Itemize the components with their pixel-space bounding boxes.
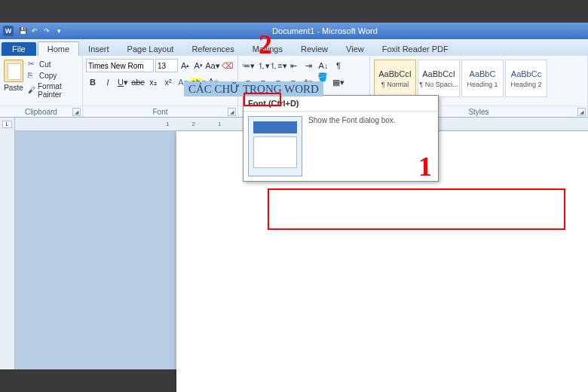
- scissors-icon: ✂: [28, 60, 37, 69]
- font-name-select[interactable]: [86, 59, 154, 72]
- shrink-font-button[interactable]: A▾: [193, 59, 205, 72]
- tab-foxit[interactable]: Foxit Reader PDF: [373, 42, 458, 56]
- copy-button[interactable]: ⎘Copy: [28, 71, 77, 80]
- save-icon[interactable]: 💾: [17, 26, 28, 36]
- paste-button[interactable]: Paste: [2, 58, 25, 103]
- annotation-number-2: 2: [259, 29, 272, 60]
- strikethrough-button[interactable]: abc: [131, 75, 145, 89]
- window-title: Document1 - Microsoft Word: [65, 26, 585, 35]
- style-no-spacing[interactable]: AaBbCcI¶ No Spaci...: [418, 60, 460, 97]
- multilevel-list-button[interactable]: ⒈≡▾: [271, 59, 285, 72]
- tab-view[interactable]: View: [337, 42, 373, 56]
- superscript-button[interactable]: x²: [161, 75, 175, 89]
- numbering-button[interactable]: ⒈▾: [256, 59, 270, 72]
- word-icon[interactable]: W: [3, 26, 14, 36]
- ribbon-tabs: File Home Insert Page Layout References …: [0, 39, 588, 56]
- tab-references[interactable]: References: [182, 42, 243, 56]
- bullets-button[interactable]: ≔▾: [241, 59, 255, 72]
- clear-formatting-button[interactable]: ⌫: [221, 59, 234, 72]
- format-painter-button[interactable]: 🖌Format Painter: [28, 82, 77, 99]
- style-normal[interactable]: AaBbCcI¶ Normal: [374, 60, 416, 97]
- clipboard-dialog-launcher[interactable]: ◢: [72, 108, 81, 116]
- cut-button[interactable]: ✂Cut: [28, 60, 77, 69]
- increase-indent-button[interactable]: ⇥: [302, 59, 315, 72]
- italic-button[interactable]: I: [101, 75, 115, 89]
- file-tab[interactable]: File: [2, 42, 36, 56]
- undo-icon[interactable]: ↶: [29, 26, 40, 36]
- borders-button[interactable]: ▦▾: [332, 75, 345, 89]
- font-size-select[interactable]: [155, 59, 178, 72]
- sort-button[interactable]: A↓: [317, 59, 330, 72]
- tab-home[interactable]: Home: [38, 41, 79, 56]
- decrease-indent-button[interactable]: ⇤: [286, 59, 300, 72]
- tab-review[interactable]: Review: [292, 42, 337, 56]
- copy-icon: ⎘: [28, 71, 37, 80]
- tooltip-body: Show the Font dialog box.: [308, 116, 396, 176]
- clipboard-group: Paste ✂Cut ⎘Copy 🖌Format Painter Clipboa…: [0, 56, 83, 117]
- brush-icon: 🖌: [28, 86, 35, 95]
- font-dialog-tooltip: Font (Ctrl+D) Show the Font dialog box.: [243, 95, 439, 182]
- bold-button[interactable]: B: [86, 75, 100, 89]
- annotation-box-1: [268, 188, 565, 230]
- grow-font-button[interactable]: A▴: [179, 59, 191, 72]
- style-heading2[interactable]: AaBbCcHeading 2: [505, 60, 547, 97]
- show-marks-button[interactable]: ¶: [332, 59, 345, 72]
- tab-insert[interactable]: Insert: [79, 42, 118, 56]
- qat-more-icon[interactable]: ▾: [54, 26, 64, 36]
- annotation-number-1: 1: [418, 151, 432, 182]
- underline-button[interactable]: U▾: [116, 75, 130, 89]
- annotation-box-2: [243, 93, 281, 106]
- tab-page-layout[interactable]: Page Layout: [118, 42, 183, 56]
- redo-icon[interactable]: ↷: [41, 26, 52, 36]
- tooltip-thumbnail-icon: [248, 116, 302, 176]
- change-case-button[interactable]: Aa▾: [206, 59, 219, 72]
- styles-dialog-launcher[interactable]: ◢: [577, 108, 586, 116]
- vertical-ruler[interactable]: L: [0, 118, 15, 369]
- paste-icon: [4, 60, 23, 82]
- font-dialog-launcher[interactable]: ◢: [228, 108, 236, 116]
- subscript-button[interactable]: x₂: [146, 75, 160, 89]
- titlebar: W 💾 ↶ ↷ ▾ Document1 - Microsoft Word: [0, 23, 588, 39]
- style-heading1[interactable]: AaBbCHeading 1: [461, 60, 504, 97]
